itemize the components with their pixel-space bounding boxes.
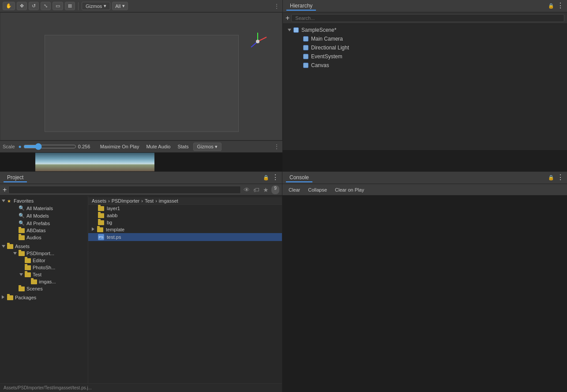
scale-slider[interactable] bbox=[23, 143, 76, 150]
game-toolbar: Scale ● 0.256 Maximize On Play Mute Audi… bbox=[0, 140, 282, 153]
tree-item-psdimporter[interactable]: PSDImport... bbox=[0, 250, 88, 257]
breadcrumb-test: Test bbox=[145, 198, 154, 204]
clear-on-play-button[interactable]: Clear on Play bbox=[332, 186, 367, 193]
svg-point-3 bbox=[256, 40, 259, 43]
star-icon: ★ bbox=[7, 199, 11, 204]
stats-button[interactable]: Stats bbox=[175, 143, 191, 150]
clear-button[interactable]: Clear bbox=[286, 186, 303, 193]
rotate-tool-button[interactable]: ↺ bbox=[29, 2, 39, 10]
asset-item-aabb[interactable]: aabb bbox=[88, 212, 282, 219]
expand-arrow-icon bbox=[92, 227, 97, 232]
scale-value: 0.256 bbox=[78, 144, 96, 149]
collapse-button[interactable]: Collapse bbox=[305, 186, 330, 193]
console-panel: Console 🔒 ⋮ Clear Collapse Clear on Play bbox=[282, 172, 567, 392]
hand-tool-button[interactable]: ✋ bbox=[3, 2, 15, 10]
eye-icon-button[interactable]: 👁 bbox=[243, 185, 251, 194]
mute-audio-button[interactable]: Mute Audio bbox=[143, 143, 173, 150]
hierarchy-item-directional-light[interactable]: Directional Light bbox=[283, 43, 567, 52]
tree-item-assets[interactable]: Assets bbox=[0, 243, 88, 250]
hierarchy-tab[interactable]: Hierarchy bbox=[286, 2, 316, 11]
asset-item-bg[interactable]: bg bbox=[88, 219, 282, 226]
bottom-area: Project 🔒 ⋮ + 👁 🏷 ★ 9 ★ Favor bbox=[0, 171, 567, 392]
hierarchy-more-icon[interactable]: ⋮ bbox=[557, 3, 563, 9]
star-icon-button[interactable]: ★ bbox=[262, 185, 270, 194]
tree-item-all-prefabs[interactable]: 🔍 All Prefabs bbox=[0, 219, 88, 227]
tree-item-scenes[interactable]: Scenes bbox=[0, 285, 88, 292]
scale-label: Scale bbox=[3, 144, 15, 149]
asset-item-test-ps[interactable]: PS test.ps bbox=[88, 233, 282, 241]
scene-viewport-frame bbox=[45, 35, 239, 132]
tree-item-audios[interactable]: Audios bbox=[0, 234, 88, 241]
breadcrumb-assets: Assets bbox=[92, 198, 106, 204]
audios-label: Audios bbox=[26, 235, 41, 240]
console-lock-icon[interactable]: 🔒 bbox=[548, 175, 554, 181]
project-panel: Project 🔒 ⋮ + 👁 🏷 ★ 9 ★ Favor bbox=[0, 172, 282, 392]
game-more-button[interactable]: ⋮ bbox=[274, 143, 280, 150]
file-icon: PS bbox=[98, 234, 104, 240]
tree-item-imgas[interactable]: imgas... bbox=[0, 278, 88, 285]
rect-tool-button[interactable]: ▭ bbox=[53, 2, 63, 10]
project-status-text: Assets/PSDImporter/Test/imgasset/test.ps… bbox=[4, 385, 92, 390]
tree-item-packages[interactable]: Packages bbox=[0, 294, 88, 301]
hierarchy-search[interactable] bbox=[291, 14, 564, 22]
project-search-input[interactable] bbox=[8, 186, 241, 194]
hierarchy-content: SampleScene* Main Camera Directi bbox=[283, 24, 567, 150]
hierarchy-item-canvas[interactable]: Canvas bbox=[283, 61, 567, 70]
maximize-on-play-button[interactable]: Maximize On Play bbox=[98, 143, 142, 150]
project-add-button[interactable]: + bbox=[3, 186, 7, 193]
asset-item-layer1[interactable]: layer1 bbox=[88, 205, 282, 212]
tree-item-abdatas[interactable]: ABDatas bbox=[0, 227, 88, 234]
template-label: template bbox=[106, 227, 124, 232]
favorites-label: Favorites bbox=[14, 198, 34, 204]
gizmos-dropdown[interactable]: Gizmos ▾ bbox=[82, 2, 110, 10]
hierarchy-item-samplescene[interactable]: SampleScene* bbox=[283, 26, 567, 34]
scene-toolbar: ✋ ✥ ↺ ⤡ ▭ ⊞ Gizmos ▾ All ▾ ⋮ bbox=[0, 0, 282, 12]
breadcrumb-arrow-1: › bbox=[108, 198, 110, 204]
tree-item-favorites[interactable]: ★ Favorites bbox=[0, 197, 88, 204]
folder-icon bbox=[98, 206, 104, 211]
folder-icon bbox=[19, 235, 25, 240]
test-ps-label: test.ps bbox=[107, 234, 121, 240]
hierarchy-item-eventsystem[interactable]: EventSystem bbox=[283, 52, 567, 61]
editor-label: Editor bbox=[33, 258, 45, 263]
gizmos-label: Gizmos bbox=[197, 144, 214, 149]
all-prefabs-label: All Prefabs bbox=[26, 221, 50, 226]
scene-name: SampleScene* bbox=[301, 27, 336, 33]
scale-tool-button[interactable]: ⤡ bbox=[41, 2, 51, 10]
project-tab[interactable]: Project bbox=[4, 173, 27, 182]
move-tool-button[interactable]: ✥ bbox=[17, 2, 27, 10]
directional-light-label: Directional Light bbox=[311, 45, 349, 51]
tree-item-all-models[interactable]: 🔍 All Models bbox=[0, 212, 88, 219]
game-gizmos-dropdown[interactable]: Gizmos ▾ bbox=[193, 143, 222, 151]
hierarchy-panel: Hierarchy 🔒 ⋮ + SampleScene* bbox=[282, 0, 567, 150]
tree-item-photosh[interactable]: PhotoSh... bbox=[0, 264, 88, 271]
asset-breadcrumb: Assets › PSDImporter › Test › imgasset bbox=[88, 197, 282, 205]
project-lock-icon[interactable]: 🔒 bbox=[263, 175, 269, 181]
chevron-down-icon: ▾ bbox=[104, 3, 106, 9]
transform-tool-button[interactable]: ⊞ bbox=[65, 2, 75, 10]
console-content bbox=[282, 196, 567, 392]
breadcrumb-imgasset: imgasset bbox=[159, 198, 178, 204]
hierarchy-item-main-camera[interactable]: Main Camera bbox=[283, 34, 567, 43]
no-arrow bbox=[296, 45, 302, 51]
game-viewport bbox=[0, 153, 282, 171]
left-panel: ✋ ✥ ↺ ⤡ ▭ ⊞ Gizmos ▾ All ▾ ⋮ bbox=[0, 0, 282, 171]
console-tab[interactable]: Console bbox=[286, 173, 312, 182]
tree-item-all-materials[interactable]: 🔍 All Materials bbox=[0, 204, 88, 212]
photosh-label: PhotoSh... bbox=[33, 265, 55, 270]
scene-more-button[interactable]: ⋮ bbox=[274, 3, 280, 10]
lock-icon[interactable]: 🔒 bbox=[548, 3, 554, 9]
console-more-icon[interactable]: ⋮ bbox=[557, 175, 563, 181]
expand-arrow-icon bbox=[2, 244, 7, 249]
badge-count: 9 bbox=[271, 185, 279, 194]
asset-item-template[interactable]: template bbox=[88, 226, 282, 233]
tree-item-editor[interactable]: Editor bbox=[0, 257, 88, 264]
imgas-label: imgas... bbox=[39, 279, 56, 284]
tag-icon-button[interactable]: 🏷 bbox=[252, 185, 260, 194]
folder-icon bbox=[97, 227, 103, 232]
tree-item-test[interactable]: Test bbox=[0, 271, 88, 278]
hierarchy-add-button[interactable]: + bbox=[285, 15, 289, 22]
hierarchy-toolbar: + bbox=[283, 12, 567, 24]
all-filter-dropdown[interactable]: All ▾ bbox=[112, 2, 128, 10]
project-more-icon[interactable]: ⋮ bbox=[272, 175, 278, 181]
